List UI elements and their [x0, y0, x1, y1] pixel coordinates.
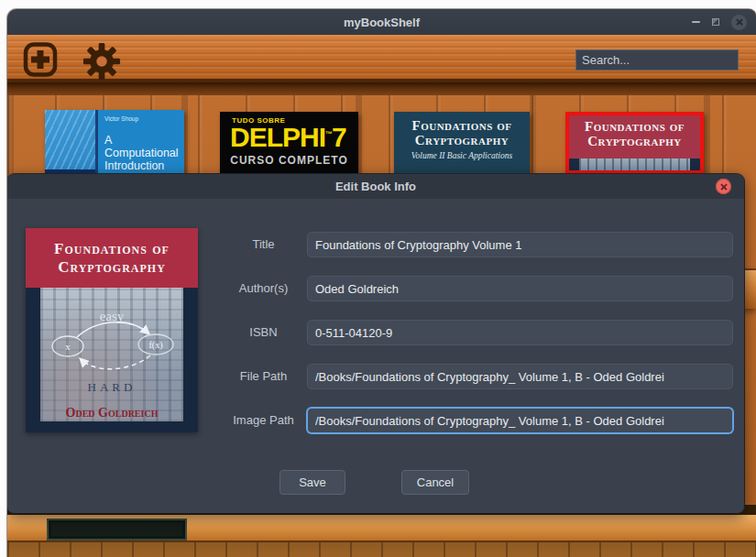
- search-input[interactable]: [575, 49, 739, 71]
- cover-label-easy: easy: [100, 309, 125, 323]
- book-cover-photo-strip: [569, 158, 700, 170]
- book-author: Victor Shoup: [104, 115, 182, 122]
- window-title: myBookShelf: [7, 16, 756, 29]
- minimize-icon[interactable]: [692, 21, 700, 23]
- authors-label: Author(s): [220, 276, 307, 301]
- add-book-button[interactable]: [23, 41, 58, 82]
- shelf-top-trim: [7, 82, 756, 95]
- book-cover-texture: [45, 110, 98, 174]
- book-cover-preview: Foundations of Cryptography easy x f(x): [26, 228, 198, 432]
- title-label: Title: [220, 232, 307, 257]
- book-title: A Computational Introduction: [104, 134, 182, 172]
- file-path-label: File Path: [220, 364, 307, 389]
- form-row-image-path: Image Path: [220, 408, 733, 433]
- settings-button[interactable]: [82, 42, 121, 84]
- form-row-authors: Author(s): [220, 276, 733, 301]
- authors-input[interactable]: [307, 276, 733, 301]
- partially-hidden-book: [47, 519, 187, 541]
- shelf-front-planks: [7, 541, 756, 557]
- dialog-header: Edit Book Info: [7, 174, 744, 199]
- isbn-label: ISBN: [220, 320, 307, 345]
- cover-node-x: x: [65, 341, 71, 352]
- cover-photo: easy x f(x) HARD: [40, 288, 183, 421]
- book-foundations-vol1-selected[interactable]: Foundations of Cryptography: [565, 112, 704, 174]
- gear-icon: [82, 42, 121, 81]
- book-computational-introduction[interactable]: Victor Shoup A Computational Introductio…: [45, 110, 184, 174]
- dialog-close-icon[interactable]: [716, 179, 731, 194]
- isbn-input[interactable]: [307, 320, 733, 345]
- file-path-input[interactable]: [307, 364, 733, 389]
- dialog-title: Edit Book Info: [335, 180, 416, 193]
- restore-icon[interactable]: [712, 18, 719, 26]
- add-book-icon: [23, 41, 58, 78]
- window-close-icon[interactable]: [731, 15, 747, 30]
- book-title: Foundations of Cryptography: [569, 119, 700, 148]
- title-input[interactable]: [307, 232, 733, 257]
- toolbar: [7, 35, 756, 82]
- titlebar: myBookShelf: [7, 9, 756, 35]
- image-path-input[interactable]: [307, 408, 733, 433]
- edit-form: Title Author(s) ISBN File Path Image Pat…: [220, 232, 733, 452]
- cover-node-fx: f(x): [149, 340, 163, 351]
- edit-book-dialog: Edit Book Info Foundations of Cryptograp…: [7, 174, 744, 513]
- cancel-button[interactable]: Cancel: [401, 470, 469, 495]
- tm-mark: ™: [325, 130, 332, 138]
- book-foundations-vol2[interactable]: Foundations of Cryptography Volume II Ba…: [394, 112, 530, 174]
- cover-label-hard: HARD: [88, 380, 137, 394]
- book-title: DELPHI™7: [230, 125, 358, 151]
- form-row-isbn: ISBN: [220, 320, 733, 345]
- app-window: Victor Shoup A Computational Introductio…: [7, 9, 756, 557]
- book-title: Foundations of Cryptography: [394, 118, 530, 147]
- cover-title: Foundations of Cryptography: [29, 240, 194, 276]
- cover-author: Oded Goldreich: [26, 406, 198, 420]
- save-button[interactable]: Save: [279, 470, 345, 495]
- form-row-title: Title: [220, 232, 733, 257]
- image-path-label: Image Path: [220, 408, 307, 433]
- book-subtitle: CURSO COMPLETO: [220, 154, 358, 167]
- form-row-file-path: File Path: [220, 364, 733, 389]
- book-delphi-7[interactable]: TUDO SOBRE DELPHI™7 CURSO COMPLETO: [220, 112, 358, 174]
- book-subtitle: Volume II Basic Applications: [394, 151, 530, 160]
